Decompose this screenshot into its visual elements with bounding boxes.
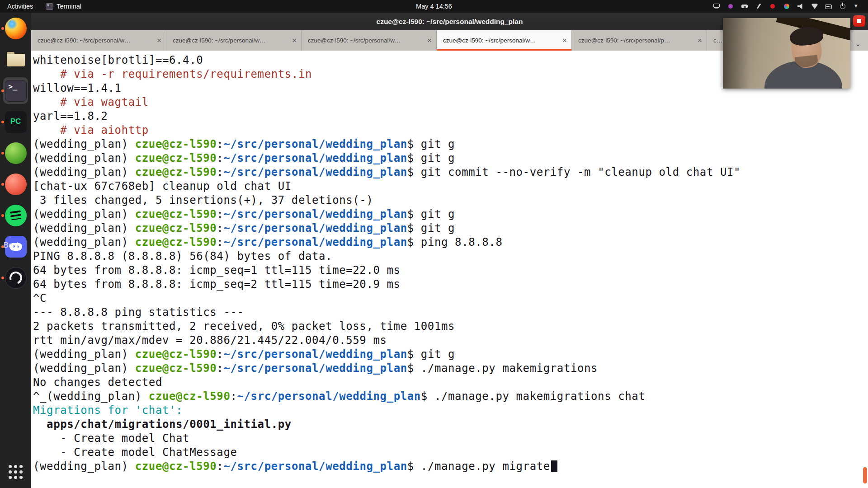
terminal-line: (wedding_plan) czue@cz-l590:~/src/person… bbox=[33, 151, 868, 165]
tab-label: czue@cz-l590: ~/src/personal/w… bbox=[173, 37, 288, 44]
scrollbar-thumb[interactable] bbox=[863, 467, 867, 483]
terminal-line: (wedding_plan) czue@cz-l590:~/src/person… bbox=[33, 235, 868, 249]
activities-button[interactable]: Activities bbox=[0, 0, 40, 13]
tab-label: czue@cz-l590: ~/src/personal/p… bbox=[578, 37, 694, 44]
terminal-tab-1[interactable]: czue@cz-l590: ~/src/personal/w…× bbox=[31, 30, 166, 51]
terminal-cursor bbox=[551, 460, 557, 472]
camera-icon[interactable] bbox=[741, 2, 749, 10]
terminal-line: - Create model ChatMessage bbox=[33, 446, 868, 460]
terminal-line: 64 bytes from 8.8.8.8: icmp_seq=2 ttl=11… bbox=[33, 277, 868, 291]
terminal-line: --- 8.8.8.8 ping statistics --- bbox=[33, 305, 868, 319]
app-green-icon bbox=[5, 142, 27, 164]
purple-dot-icon[interactable] bbox=[726, 2, 735, 10]
power-icon[interactable] bbox=[839, 2, 847, 10]
chevron-down-icon[interactable] bbox=[853, 2, 861, 10]
volume-icon[interactable] bbox=[797, 2, 805, 10]
terminal-line: (wedding_plan) czue@cz-l590:~/src/person… bbox=[33, 221, 868, 235]
dock-items bbox=[0, 13, 31, 293]
running-indicator bbox=[1, 89, 4, 92]
dock-pycharm[interactable] bbox=[0, 106, 31, 137]
firefox-icon bbox=[5, 18, 27, 39]
running-indicator bbox=[1, 152, 4, 155]
wifi-icon[interactable] bbox=[811, 2, 819, 10]
terminal-line: ^C bbox=[33, 291, 868, 305]
terminal-line: 3 files changed, 5 insertions(+), 37 del… bbox=[33, 193, 868, 207]
terminal-line: (wedding_plan) czue@cz-l590:~/src/person… bbox=[33, 361, 868, 375]
terminal-line: 64 bytes from 8.8.8.8: icmp_seq=1 ttl=11… bbox=[33, 263, 868, 277]
tab-close-icon[interactable]: × bbox=[424, 36, 432, 45]
tab-label: czue@cz-l590: ~/src/personal/w… bbox=[308, 37, 424, 44]
files-icon bbox=[5, 49, 27, 70]
running-indicator bbox=[1, 277, 4, 279]
obs-icon bbox=[5, 267, 27, 289]
running-indicator bbox=[1, 27, 4, 30]
terminal-output[interactable]: whitenoise[brotli]==6.4.0 # via -r requi… bbox=[31, 51, 868, 488]
tab-close-icon[interactable]: × bbox=[559, 36, 567, 45]
dock-app-green[interactable] bbox=[0, 137, 31, 169]
terminal-line: No changes detected bbox=[33, 375, 868, 389]
dock-app-red[interactable] bbox=[0, 169, 31, 200]
tab-close-icon[interactable]: × bbox=[694, 36, 702, 45]
pycharm-icon bbox=[5, 111, 27, 133]
palette-icon[interactable] bbox=[783, 2, 791, 10]
terminal-tab-2[interactable]: czue@cz-l590: ~/src/personal/w…× bbox=[166, 30, 302, 51]
terminal-line: ^_(wedding_plan) czue@cz-l590:~/src/pers… bbox=[33, 389, 868, 404]
spotify-icon bbox=[5, 205, 27, 226]
terminal-tab-3[interactable]: czue@cz-l590: ~/src/personal/w…× bbox=[302, 30, 437, 51]
terminal-line: # via wagtail bbox=[33, 95, 868, 109]
desktop: czue@cz-l590: ~/src/personal/wedding_pla… bbox=[0, 0, 868, 488]
terminal-scrollbar[interactable] bbox=[863, 52, 867, 486]
running-indicator bbox=[1, 214, 4, 217]
terminal-line: (wedding_plan) czue@cz-l590:~/src/person… bbox=[33, 165, 868, 179]
terminal-line: (wedding_plan) czue@cz-l590:~/src/person… bbox=[33, 460, 868, 474]
app-menu-label: Terminal bbox=[57, 3, 81, 10]
tab-close-icon[interactable]: × bbox=[153, 36, 161, 45]
dock-obs[interactable] bbox=[0, 262, 31, 293]
terminal-app-icon bbox=[46, 3, 53, 10]
terminal-line: Migrations for 'chat': bbox=[33, 404, 868, 418]
terminal-line: - Create model Chat bbox=[33, 432, 868, 446]
running-indicator bbox=[1, 121, 4, 123]
terminal-icon bbox=[5, 80, 27, 102]
terminal-line: # via aiohttp bbox=[33, 123, 868, 137]
terminal-line: yarl==1.8.2 bbox=[33, 109, 868, 123]
running-indicator bbox=[1, 183, 4, 186]
terminal-line: (wedding_plan) czue@cz-l590:~/src/person… bbox=[33, 207, 868, 221]
tab-label: czue@cz-l590: ~/src/personal/w… bbox=[38, 37, 153, 44]
tab-close-icon[interactable]: × bbox=[288, 36, 297, 45]
tray-icons bbox=[712, 0, 861, 13]
terminal-line: PING 8.8.8.8 (8.8.8.8) 56(84) bytes of d… bbox=[33, 249, 868, 263]
battery-icon[interactable] bbox=[825, 2, 833, 10]
terminal-line: 2 packets transmitted, 2 received, 0% pa… bbox=[33, 319, 868, 333]
app-red-icon bbox=[5, 174, 27, 195]
webcam-left-shadow bbox=[723, 18, 749, 89]
tab-list-chevron-icon[interactable]: ⌄ bbox=[855, 40, 861, 48]
record-dot-icon[interactable] bbox=[769, 2, 777, 10]
terminal-line: apps/chat/migrations/0001_initial.py bbox=[33, 418, 868, 432]
app-menu[interactable]: Terminal bbox=[40, 0, 87, 13]
terminal-tab-5[interactable]: czue@cz-l590: ~/src/personal/p…× bbox=[572, 30, 707, 51]
background-text-fragment: Book bbox=[4, 241, 20, 249]
terminal-line: (wedding_plan) czue@cz-l590:~/src/person… bbox=[33, 347, 868, 361]
dock-terminal[interactable] bbox=[0, 75, 31, 106]
dock-firefox[interactable] bbox=[0, 13, 31, 44]
terminal-tab-4[interactable]: czue@cz-l590: ~/src/personal/w…× bbox=[437, 30, 572, 51]
terminal-line: (wedding_plan) czue@cz-l590:~/src/person… bbox=[33, 137, 868, 151]
webcam-overlay[interactable] bbox=[723, 18, 850, 89]
dock bbox=[0, 13, 31, 488]
top-bar: Activities Terminal May 4 14:56 bbox=[0, 0, 868, 13]
recording-stop-button[interactable] bbox=[853, 15, 865, 27]
terminal-line: [chat-ux 67c768eb] cleanup old chat UI bbox=[33, 179, 868, 193]
dock-spotify[interactable] bbox=[0, 200, 31, 231]
terminal-line: rtt min/avg/max/mdev = 20.886/21.445/22.… bbox=[33, 333, 868, 347]
dock-files[interactable] bbox=[0, 44, 31, 75]
cast-icon[interactable] bbox=[712, 2, 721, 10]
tab-label: czue@cz-l590: ~/src/personal/w… bbox=[443, 37, 559, 44]
app-grid-button[interactable] bbox=[5, 461, 26, 483]
wrench-icon[interactable] bbox=[755, 2, 763, 10]
